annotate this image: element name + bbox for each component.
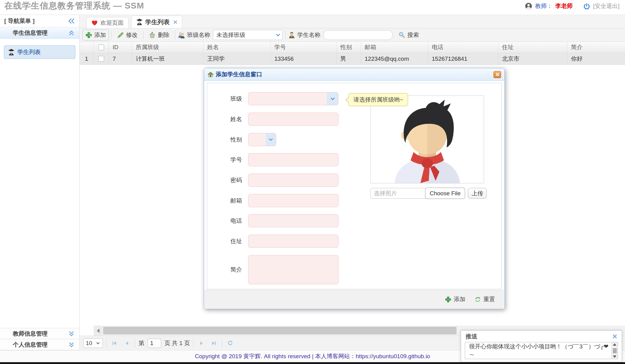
- column-header-address[interactable]: 住址: [498, 42, 567, 53]
- class-select[interactable]: 未选择班级: [213, 30, 283, 40]
- user-name: 李老师: [555, 2, 573, 10]
- accordion-panel-teachers[interactable]: 教师信息管理: [0, 328, 79, 339]
- first-page-button[interactable]: [110, 339, 119, 348]
- column-header-email[interactable]: 邮箱: [361, 42, 428, 53]
- accordion-panel-students[interactable]: 学生信息管理: [0, 27, 79, 39]
- push-message-box: 很开心你能体现这个小小小项目哟！（づ￣3￣）づ╭❤～: [465, 342, 618, 359]
- search-icon: [398, 31, 405, 38]
- chevron-double-down-icon: [68, 342, 74, 348]
- collapse-sidebar-icon[interactable]: [68, 18, 75, 24]
- class-combo[interactable]: [248, 92, 338, 105]
- add-button-label: 添加: [94, 31, 106, 39]
- select-all-checkbox-cell: [94, 42, 109, 53]
- cell-class: 计算机一班: [132, 53, 204, 64]
- form-row-intro: 简介: [207, 255, 338, 284]
- sidebar-bottom-panels: 教师信息管理 个人信息管理: [0, 328, 79, 350]
- tabs-bar: 欢迎页面 学生列表: [80, 15, 625, 28]
- search-button[interactable]: 搜索: [396, 30, 422, 40]
- edit-button[interactable]: 修改: [114, 30, 140, 40]
- nav-menu-header: [ 导航菜单 ]: [0, 15, 79, 27]
- toolbar: 添加 修改: [80, 28, 625, 42]
- dialog-add-button[interactable]: 添加: [445, 295, 465, 303]
- upload-button[interactable]: 上传: [468, 188, 487, 199]
- push-scrollbar[interactable]: [611, 342, 618, 359]
- accordion-panel-profile[interactable]: 个人信息管理: [0, 339, 79, 350]
- phone-input[interactable]: [248, 214, 338, 227]
- column-header-gender[interactable]: 性别: [337, 42, 361, 53]
- email-input[interactable]: [248, 194, 338, 207]
- app-title: 在线学生信息教务管理系统 — SSM: [4, 0, 144, 12]
- pager-separator: [135, 339, 135, 348]
- form-row-student-no: 学号: [207, 153, 338, 166]
- student-name-input[interactable]: [323, 30, 393, 40]
- column-header-id[interactable]: ID: [109, 42, 132, 53]
- column-header-name[interactable]: 姓名: [204, 42, 271, 53]
- scroll-down-icon[interactable]: [613, 355, 616, 358]
- toolbar-separator: [175, 31, 175, 39]
- password-input[interactable]: [248, 174, 338, 187]
- chevron-down-icon: [96, 341, 100, 346]
- page-size-select[interactable]: 10: [83, 338, 103, 348]
- close-tab-icon[interactable]: [173, 20, 177, 24]
- delete-button[interactable]: 删除: [146, 30, 172, 40]
- scroll-up-icon[interactable]: [613, 343, 616, 346]
- scrollbar-thumb[interactable]: [613, 348, 617, 353]
- bottom-strip: [0, 362, 625, 364]
- intro-textarea[interactable]: [248, 255, 338, 284]
- column-header-phone[interactable]: 电话: [428, 42, 498, 53]
- heart-icon: [91, 20, 98, 26]
- basket-icon: [149, 32, 156, 38]
- dialog-close-button[interactable]: [493, 71, 501, 78]
- chevron-down-icon[interactable]: [327, 92, 338, 105]
- scrollbar-thumb[interactable]: [103, 327, 457, 334]
- column-header-number[interactable]: 学号: [271, 42, 337, 53]
- pager-separator: [106, 339, 107, 348]
- toolbar-separator: [285, 31, 286, 39]
- chevron-down-icon[interactable]: [266, 133, 276, 146]
- edit-button-label: 修改: [126, 31, 138, 39]
- choose-file-button[interactable]: Choose File: [425, 188, 465, 199]
- gender-combo[interactable]: [248, 133, 276, 146]
- field-label: 姓名: [207, 115, 248, 123]
- form-row-class: 班级: [207, 92, 338, 105]
- sidebar-item-student-list[interactable]: 学生列表: [4, 45, 75, 59]
- last-page-button[interactable]: [209, 339, 219, 348]
- push-close-button[interactable]: [612, 334, 617, 339]
- name-input[interactable]: [248, 113, 338, 126]
- push-header: 推送: [461, 331, 622, 342]
- refresh-button[interactable]: [226, 339, 235, 348]
- prev-page-button[interactable]: [122, 339, 132, 348]
- dialog-header[interactable]: 添加学生信息窗口: [204, 68, 504, 81]
- page-label-prefix: 第: [139, 339, 144, 347]
- dialog-footer: 添加 重置: [204, 290, 504, 308]
- dialog-reset-button[interactable]: 重置: [475, 295, 495, 303]
- table-row[interactable]: 1 7 计算机一班 王同学 133456 男 122345@qq.com 152…: [80, 53, 625, 65]
- tab-welcome[interactable]: 欢迎页面: [86, 17, 128, 28]
- rownum-cell: 1: [80, 53, 94, 64]
- form-row-name: 姓名: [207, 113, 338, 126]
- role-label: 教师：: [535, 2, 552, 10]
- row-checkbox[interactable]: [98, 56, 104, 62]
- add-button[interactable]: 添加: [83, 30, 109, 40]
- logout-link[interactable]: [安全退出]: [593, 2, 620, 10]
- select-all-checkbox[interactable]: [98, 45, 104, 50]
- field-label: 学号: [207, 156, 248, 164]
- student-no-input[interactable]: [248, 153, 338, 166]
- field-label: 简介: [207, 266, 248, 274]
- form-row-address: 住址: [207, 235, 338, 248]
- plus-icon: [445, 296, 451, 303]
- photo-file-input[interactable]: [370, 188, 425, 199]
- current-page-input[interactable]: [148, 339, 161, 348]
- column-header-class[interactable]: 所属班级: [132, 42, 204, 53]
- scroll-left-button[interactable]: [94, 326, 102, 336]
- app-header: 在线学生信息教务管理系统 — SSM 教师： 李老师 [安全退出]: [0, 0, 625, 15]
- field-label: 住址: [207, 237, 248, 245]
- address-input[interactable]: [248, 235, 338, 248]
- student-name-label-group: 学生名称: [288, 31, 320, 39]
- push-message: 很开心你能体现这个小小小项目哟！（づ￣3￣）づ╭❤～: [469, 343, 614, 359]
- next-page-button[interactable]: [197, 339, 206, 348]
- plus-icon: [85, 32, 92, 38]
- cell-address: 北京市: [498, 53, 567, 64]
- tab-student-list[interactable]: 学生列表: [131, 16, 182, 28]
- column-header-intro[interactable]: 简介: [567, 42, 625, 53]
